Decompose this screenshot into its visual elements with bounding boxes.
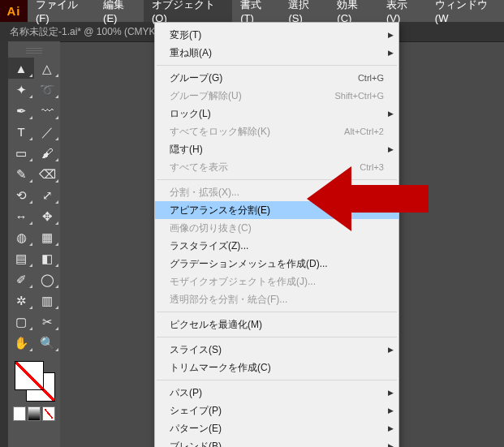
flyout-indicator-icon bbox=[29, 327, 32, 330]
tool-scale[interactable]: ⤢ bbox=[34, 184, 60, 205]
menu-item: 分割・拡張(X)... bbox=[155, 183, 398, 201]
flyout-indicator-icon bbox=[55, 264, 58, 267]
tool-column-graph[interactable]: ▥ bbox=[34, 290, 60, 311]
gradient-icon: ◧ bbox=[41, 252, 53, 264]
menu-item[interactable]: グラデーションメッシュを作成(D)... bbox=[155, 255, 398, 273]
flyout-indicator-icon bbox=[29, 221, 32, 225]
tool-artboard[interactable]: ▢ bbox=[8, 311, 34, 332]
menu-item[interactable]: ブレンド(B) bbox=[155, 437, 398, 447]
tool-rotate[interactable]: ⟲ bbox=[8, 184, 34, 205]
tools-drag-handle[interactable] bbox=[26, 48, 42, 54]
tool-eraser[interactable]: ⌫ bbox=[34, 163, 60, 184]
fill-swatch[interactable] bbox=[15, 361, 44, 390]
menu-item-label: グループ(G) bbox=[170, 71, 358, 85]
menu-item[interactable]: トリムマークを作成(C) bbox=[155, 359, 398, 376]
document-tab[interactable]: 名称未設定-1.ai* @ 100% (CMYK bbox=[10, 25, 156, 39]
column-graph-icon: ▥ bbox=[41, 294, 53, 307]
menu-item-label: グラデーションメッシュを作成(D)... bbox=[170, 257, 384, 271]
menu-item-label: 透明部分を分割・統合(F)... bbox=[170, 293, 384, 307]
menu-item-label: グループ解除(U) bbox=[170, 89, 334, 103]
tool-gradient[interactable]: ◧ bbox=[34, 247, 60, 269]
menu-item[interactable]: 変形(T) bbox=[155, 26, 398, 44]
menu-item-label: シェイプ(P) bbox=[170, 404, 384, 418]
tool-free-transform[interactable]: ✥ bbox=[34, 205, 60, 226]
tool-magic-wand[interactable]: ✦ bbox=[8, 79, 34, 100]
menu-item-label: 画像の切り抜き(C) bbox=[170, 221, 384, 235]
tool-zoom[interactable]: 🔍 bbox=[34, 332, 60, 353]
menu-効果[interactable]: 効果(C) bbox=[329, 0, 378, 22]
flyout-indicator-icon bbox=[29, 306, 32, 309]
line-segment-icon: ／ bbox=[41, 126, 54, 138]
menu-item-label: スライス(S) bbox=[170, 343, 384, 357]
menu-item-label: すべてを表示 bbox=[170, 161, 360, 174]
menu-separator bbox=[157, 65, 397, 66]
menu-ファイル[interactable]: ファイル(F) bbox=[28, 0, 95, 22]
color-mode-none[interactable] bbox=[42, 406, 55, 421]
menu-item: グループ解除(U)Shift+Ctrl+G bbox=[155, 87, 398, 105]
menu-item[interactable]: スライス(S) bbox=[155, 341, 398, 359]
flyout-indicator-icon bbox=[55, 221, 58, 225]
width-icon: ↔ bbox=[15, 210, 28, 222]
tool-line-segment[interactable]: ／ bbox=[34, 121, 60, 142]
menu-item[interactable]: パターン(E) bbox=[155, 419, 398, 437]
type-icon: T bbox=[17, 126, 24, 138]
tool-width[interactable]: ↔ bbox=[8, 205, 34, 226]
free-transform-icon: ✥ bbox=[42, 210, 53, 222]
fill-stroke-swatches[interactable] bbox=[8, 358, 60, 403]
menu-separator bbox=[157, 312, 397, 312]
menu-item[interactable]: ロック(L) bbox=[155, 105, 398, 122]
tool-hand[interactable]: ✋ bbox=[8, 332, 34, 353]
tool-pen[interactable]: ✒ bbox=[8, 100, 34, 121]
menu-item[interactable]: 隠す(H) bbox=[155, 140, 398, 158]
tool-shape-builder[interactable]: ◍ bbox=[8, 226, 34, 247]
flyout-indicator-icon bbox=[55, 95, 58, 98]
menu-item[interactable]: ピクセルを最適化(M) bbox=[155, 316, 398, 333]
tool-lasso[interactable]: ➰ bbox=[34, 79, 60, 100]
color-mode-gradient[interactable] bbox=[28, 406, 41, 421]
tool-selection[interactable]: ▲ bbox=[8, 58, 34, 79]
blend-icon: ◯ bbox=[41, 273, 54, 286]
flyout-indicator-icon bbox=[29, 285, 32, 288]
menu-item[interactable]: グループ(G)Ctrl+G bbox=[155, 69, 398, 87]
menu-separator bbox=[157, 179, 397, 180]
tool-symbol-sprayer[interactable]: ✲ bbox=[8, 290, 34, 311]
menu-item[interactable]: アピアランスを分割(E) bbox=[155, 201, 398, 219]
tool-direct-selection[interactable]: △ bbox=[34, 58, 60, 79]
flyout-indicator-icon bbox=[55, 327, 58, 330]
menu-item[interactable]: ラスタライズ(Z)... bbox=[155, 237, 398, 255]
menu-item-label: モザイクオブジェクトを作成(J)... bbox=[170, 275, 384, 289]
menu-item-label: アピアランスを分割(E) bbox=[170, 204, 384, 217]
menu-separator bbox=[157, 380, 397, 380]
flyout-indicator-icon bbox=[55, 306, 58, 309]
tool-eyedropper[interactable]: ✐ bbox=[8, 269, 34, 290]
color-mode-solid[interactable] bbox=[13, 406, 26, 421]
menu-書式[interactable]: 書式(T) bbox=[232, 0, 280, 22]
menu-item-label: 変形(T) bbox=[170, 28, 384, 42]
tool-rectangle[interactable]: ▭ bbox=[8, 142, 34, 163]
tool-perspective[interactable]: ▦ bbox=[34, 226, 60, 247]
direct-selection-icon: △ bbox=[42, 62, 52, 75]
menu-ウィンドウ(w[interactable]: ウィンドウ(W bbox=[427, 0, 504, 22]
tool-shaper[interactable]: ✎ bbox=[8, 163, 34, 184]
menu-item-label: トリムマークを作成(C) bbox=[170, 361, 384, 375]
flyout-indicator-icon bbox=[55, 158, 58, 161]
tool-type[interactable]: T bbox=[8, 121, 34, 142]
menu-表示[interactable]: 表示(V) bbox=[378, 0, 427, 22]
menu-選択[interactable]: 選択(S) bbox=[280, 0, 329, 22]
menu-オブジェクト[interactable]: オブジェクト(O) bbox=[144, 0, 232, 22]
menu-編集[interactable]: 編集(E) bbox=[95, 0, 144, 22]
flyout-indicator-icon bbox=[29, 137, 32, 140]
menu-item: 画像の切り抜き(C) bbox=[155, 219, 398, 237]
menu-item[interactable]: 重ね順(A) bbox=[155, 44, 398, 62]
tool-slice[interactable]: ✂ bbox=[34, 311, 60, 332]
curvature-icon: 〰 bbox=[41, 105, 54, 117]
flyout-indicator-icon bbox=[55, 74, 58, 77]
tool-blend[interactable]: ◯ bbox=[34, 269, 60, 290]
menubar: Ai ファイル(F)編集(E)オブジェクト(O)書式(T)選択(S)効果(C)表… bbox=[0, 0, 504, 22]
menu-item[interactable]: パス(P) bbox=[155, 384, 398, 402]
tool-curvature[interactable]: 〰 bbox=[34, 100, 60, 121]
flyout-indicator-icon bbox=[29, 264, 32, 267]
tool-mesh[interactable]: ▤ bbox=[8, 247, 34, 269]
tool-paintbrush[interactable]: 🖌 bbox=[34, 142, 60, 163]
menu-item[interactable]: シェイプ(P) bbox=[155, 402, 398, 419]
